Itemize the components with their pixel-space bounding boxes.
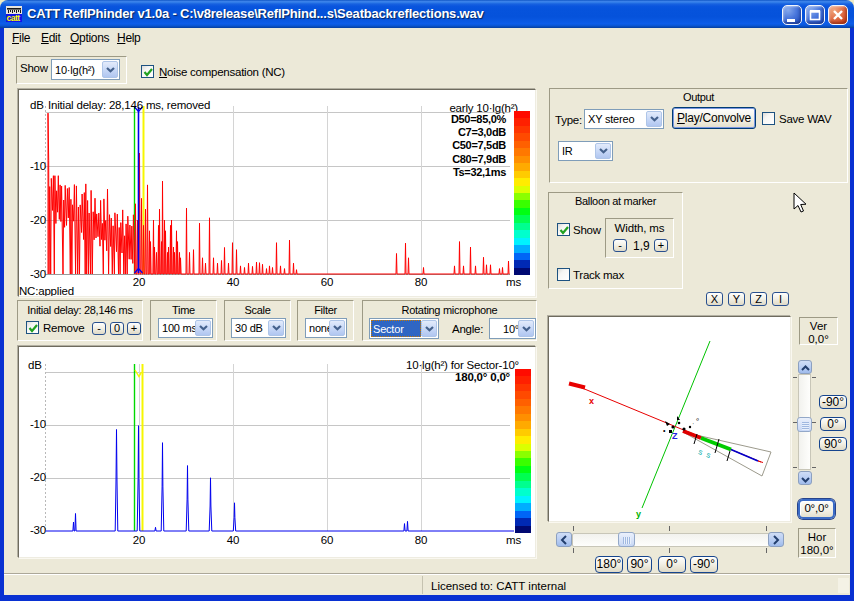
svg-text:•: •	[663, 427, 666, 434]
svg-text:ˌ º: ˌ º	[692, 417, 699, 425]
svg-text:y: y	[636, 509, 641, 519]
svg-text:Z: Z	[672, 431, 678, 441]
svg-text:x: x	[589, 396, 594, 406]
svg-text:s: s	[697, 447, 704, 457]
svg-text:·: ·	[677, 414, 679, 421]
svg-text:catt: catt	[7, 13, 21, 22]
svg-text:s: s	[705, 450, 712, 460]
